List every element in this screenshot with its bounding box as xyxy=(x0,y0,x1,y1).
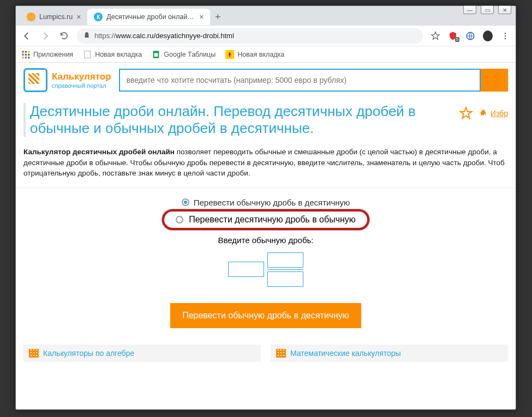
radio-icon xyxy=(182,198,189,206)
denominator-input[interactable] xyxy=(267,271,303,287)
svg-rect-4 xyxy=(22,51,23,52)
category-algebra[interactable]: Калькуляторы по алгебре xyxy=(23,345,261,362)
svg-rect-11 xyxy=(25,57,27,58)
svg-rect-7 xyxy=(22,53,23,55)
fraction-stack xyxy=(267,252,303,287)
bookmark-item[interactable]: Новая вкладка xyxy=(83,50,142,59)
window-controls: — ▭ ✕ xyxy=(463,5,511,14)
extension-globe-button[interactable] xyxy=(465,31,475,41)
svg-point-1 xyxy=(505,33,506,34)
url-field[interactable]: https://www.calc.ru/desyatichnyye-drobi.… xyxy=(77,28,423,44)
category-links: Калькуляторы по алгебре Математические к… xyxy=(23,345,508,362)
svg-rect-9 xyxy=(28,53,29,55)
radio-decimal-to-common[interactable]: Перевести десятичную дробь в обычную xyxy=(162,209,369,230)
page-icon xyxy=(83,50,92,59)
address-bar: https://www.calc.ru/desyatichnyye-drobi.… xyxy=(16,26,516,46)
svg-rect-15 xyxy=(154,53,158,57)
search-button[interactable] xyxy=(481,69,508,92)
divider xyxy=(16,188,516,188)
yandex-icon xyxy=(225,50,234,59)
svg-point-3 xyxy=(505,38,506,39)
forward-button[interactable] xyxy=(40,31,51,41)
logo-mark-icon xyxy=(23,68,47,92)
svg-rect-5 xyxy=(25,51,27,52)
svg-rect-8 xyxy=(25,53,27,55)
arrow-right-icon xyxy=(40,31,50,41)
tab-lumpics[interactable]: Lumpics.ru × xyxy=(20,9,87,25)
avatar-icon xyxy=(483,31,493,41)
svg-rect-6 xyxy=(28,51,29,52)
page-content: Калькулятор справочный портал Десятичные… xyxy=(16,63,516,409)
page-body: Десятичные дроби онлайн. Перевод десятич… xyxy=(16,98,516,367)
back-button[interactable] xyxy=(21,31,32,41)
conversion-mode-group: Перевести обычную дробь в десятичную Пер… xyxy=(151,198,380,328)
convert-button[interactable]: Перевести обычную дробь в десятичную xyxy=(170,303,361,328)
sheets-icon xyxy=(152,50,160,59)
favorites-area: Избр xyxy=(459,106,508,120)
numerator-input[interactable] xyxy=(267,252,303,268)
menu-button[interactable] xyxy=(500,31,510,41)
star-outline-icon[interactable] xyxy=(459,106,473,120)
favorites-link[interactable]: Избр xyxy=(479,108,508,118)
toolbar-icons: 5 xyxy=(431,31,510,41)
globe-icon xyxy=(465,31,475,41)
profile-button[interactable] xyxy=(483,31,493,41)
close-window-button[interactable]: ✕ xyxy=(498,5,511,14)
category-math[interactable]: Математические калькуляторы xyxy=(271,345,508,362)
input-prompt: Введите обычную дробь: xyxy=(151,235,380,245)
bookmarks-bar: Приложения Новая вкладка Google Таблицы … xyxy=(16,46,516,63)
page-title: Десятичные дроби онлайн. Перевод десятич… xyxy=(23,103,459,137)
kebab-icon xyxy=(501,32,510,40)
site-header: Калькулятор справочный портал xyxy=(16,63,516,98)
tab-title: Lumpics.ru xyxy=(39,13,73,21)
url-text: https://www.calc.ru/desyatichnyye-drobi.… xyxy=(94,32,234,40)
new-tab-button[interactable]: + xyxy=(210,9,225,25)
radio-icon xyxy=(176,216,183,223)
grid-icon xyxy=(276,349,286,358)
bookmark-item[interactable]: Google Таблицы xyxy=(152,50,216,59)
tab-calc[interactable]: К Десятичные дроби онлайн. Пер × xyxy=(87,9,210,25)
reload-icon xyxy=(59,31,69,40)
grid-icon xyxy=(29,349,39,358)
apps-grid-icon xyxy=(21,50,30,59)
reload-button[interactable] xyxy=(58,31,69,41)
page-description: Калькулятор десятичных дробей онлайн поз… xyxy=(23,147,508,179)
leaf-icon xyxy=(479,108,488,118)
maximize-button[interactable]: ▭ xyxy=(481,5,494,14)
radio-common-to-decimal[interactable]: Перевести обычную дробь в десятичную xyxy=(151,198,380,207)
bookmark-star-button[interactable] xyxy=(431,31,440,41)
tab-bar: Lumpics.ru × К Десятичные дроби онлайн. … xyxy=(16,6,516,26)
tab-close-button[interactable]: × xyxy=(199,13,204,21)
extension-adblock-button[interactable]: 5 xyxy=(448,31,458,41)
site-logo[interactable]: Калькулятор справочный портал xyxy=(23,68,111,92)
svg-rect-12 xyxy=(28,57,29,58)
favicon-calc-icon: К xyxy=(94,13,103,21)
logo-text: Калькулятор справочный портал xyxy=(52,71,111,89)
fraction-inputs xyxy=(151,252,380,287)
svg-rect-13 xyxy=(85,51,91,58)
minimize-button[interactable]: — xyxy=(463,5,476,14)
whole-part-input[interactable] xyxy=(228,262,264,277)
tab-close-button[interactable]: × xyxy=(76,13,81,21)
tab-title: Десятичные дроби онлайн. Пер xyxy=(106,13,195,21)
search-input[interactable] xyxy=(119,69,481,92)
svg-rect-10 xyxy=(22,57,23,58)
star-icon xyxy=(431,31,440,41)
svg-point-2 xyxy=(505,35,506,37)
apps-button[interactable]: Приложения xyxy=(21,50,73,59)
favicon-lumpics-icon xyxy=(27,13,35,21)
extension-badge: 5 xyxy=(455,37,459,42)
fraction-line xyxy=(267,269,303,270)
browser-window: Lumpics.ru × К Десятичные дроби онлайн. … xyxy=(15,5,516,410)
site-search xyxy=(119,69,508,92)
lock-icon xyxy=(83,32,90,40)
arrow-left-icon xyxy=(22,31,32,41)
bookmark-item[interactable]: Новая вкладка xyxy=(225,50,284,59)
